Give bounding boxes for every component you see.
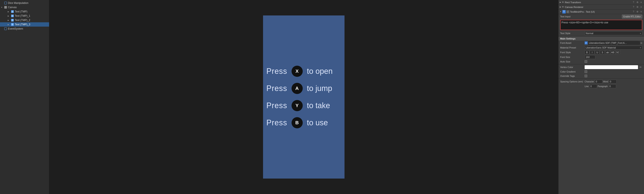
word-value[interactable]: 0 [609, 80, 616, 83]
comp-rect-transform-label: Rect Transform [565, 1, 581, 4]
tree-item-text0[interactable]: ▶TText (TMP) [0, 10, 49, 14]
tree-item-label: Text (TMP)_1 [15, 14, 30, 17]
override-tags-toggle[interactable] [584, 75, 587, 77]
press-label: Press [266, 67, 287, 76]
button-row-b: Press B to use [266, 117, 341, 128]
text-icon: T [11, 23, 14, 26]
text-style-label: Text Style [560, 32, 584, 35]
expand-arrow-icon[interactable]: ▶ [560, 6, 561, 8]
vertex-color-swatch[interactable] [584, 65, 638, 69]
tree-item-text3[interactable]: ▶TText (TMP)_3 [0, 22, 49, 27]
font-size-value[interactable]: 160 [584, 55, 595, 59]
font-asset-row: Font Asset F LiberationSans SDF (TMP_Fon… [558, 41, 644, 45]
settings-icon[interactable]: ⚙ [636, 10, 639, 13]
separator2 [558, 64, 644, 64]
tree-item-label: EventSystem [8, 27, 23, 30]
word-label: Word [603, 80, 608, 83]
game-viewport: Press X to open Press A to jump Press Y … [263, 16, 344, 178]
font-style-btn-u[interactable]: U [595, 50, 600, 54]
separator3 [558, 79, 644, 79]
action-label: to jump [307, 84, 341, 93]
comp-enabled-checkbox[interactable] [566, 11, 569, 13]
cube-icon [4, 27, 7, 31]
color-gradient-row: Color Gradient [558, 70, 644, 74]
text-style-dropdown[interactable]: Normal [584, 31, 642, 35]
auto-size-toggle[interactable] [584, 60, 587, 63]
button-row-a: Press A to jump [266, 83, 341, 94]
help-icon[interactable]: ? [632, 10, 635, 13]
tree-item-eventsys[interactable]: EventSystem [0, 27, 49, 31]
canvas-renderer-header: ▶ 👁 Canvas Renderer ? ⚙ ≡ [558, 5, 644, 10]
color-gradient-toggle[interactable] [584, 70, 587, 73]
tree-arrow: ▶ [8, 19, 11, 21]
font-asset-pick-icon[interactable]: ⊙ [640, 42, 642, 44]
button-circle-x: X [292, 66, 303, 77]
font-asset-label: Font Asset [560, 42, 584, 44]
spacing-options-row: Spacing Options (em) Character 0 Word 0 [558, 79, 644, 84]
font-asset-icon: F [584, 41, 588, 44]
canvas-icon [4, 6, 7, 9]
tmp-component-header: ▼ T TextMeshPro - Text (UI) ? ⚙ ≡ [558, 10, 644, 14]
color-gradient-label: Color Gradient [560, 70, 584, 73]
tree-item-text1[interactable]: ▶TText (TMP)_1 [0, 14, 49, 18]
visibility-icon[interactable]: 👁 [562, 1, 564, 4]
visibility-icon[interactable]: 👁 [562, 6, 564, 8]
line-label: Line [584, 85, 589, 88]
vertex-color-label: Vertex Color [560, 66, 584, 68]
font-style-btn-ab[interactable]: ab [605, 50, 610, 54]
font-style-btn-ab[interactable]: AB [610, 50, 615, 54]
tmp-icon: T [562, 10, 566, 14]
tree-item-label: Text (TMP)_3 [15, 23, 30, 26]
main-settings-header: Main Settings [558, 37, 644, 41]
button-circle-y: Y [292, 100, 303, 111]
settings-icon[interactable]: ⚙ [636, 1, 639, 4]
press-label: Press [266, 84, 287, 93]
character-value[interactable]: 0 [595, 80, 602, 83]
font-size-label: Font Size [560, 56, 584, 58]
override-tags-label: Override Tags [560, 75, 584, 77]
press-label: Press [266, 101, 287, 110]
tree-item-dice[interactable]: Dice Manipulation [0, 1, 49, 5]
tree-item-text2[interactable]: ▶TText (TMP)_2 [0, 18, 49, 22]
action-label: to use [307, 118, 341, 127]
override-tags-row: Override Tags [558, 74, 644, 78]
font-style-btn-s[interactable]: S [600, 50, 605, 54]
tree-arrow: ▶ [8, 24, 11, 26]
eyedropper-icon[interactable]: ✏ [639, 65, 642, 69]
hierarchy-panel: Dice Manipulation▼Canvas▶TText (TMP)▶TTe… [0, 0, 49, 194]
tree-item-label: Text (TMP)_2 [15, 19, 30, 22]
line-value[interactable]: 0 [589, 84, 597, 88]
font-style-btn-sc[interactable]: SC [616, 50, 620, 54]
text-input-row: Text Input Enable RTL Editor [558, 14, 644, 19]
font-style-row: Font Style BIUSabABSC [558, 50, 644, 55]
tree-item-label: Canvas [8, 6, 17, 9]
tree-item-label: Text (TMP) [15, 10, 28, 13]
action-label: to open [307, 67, 341, 76]
font-asset-value[interactable]: LiberationSans SDF (TMP_Font A… [588, 41, 640, 45]
expand-arrow-icon[interactable]: ▼ [560, 11, 562, 13]
font-style-btn-i[interactable]: I [590, 50, 594, 54]
tree-arrow: ▶ [8, 11, 11, 13]
tree-arrow: ▶ [8, 15, 11, 17]
settings-icon[interactable]: ⚙ [636, 6, 639, 9]
expand-arrow-icon[interactable]: ▶ [560, 1, 561, 3]
press-label: Press [266, 118, 287, 127]
tree-item-canvas[interactable]: ▼Canvas [0, 5, 49, 10]
material-preset-dropdown[interactable]: LiberationSans SDF Material [584, 46, 642, 50]
material-preset-label: Material Preset [560, 46, 584, 49]
help-icon[interactable]: ? [632, 1, 635, 4]
tree-item-label: Dice Manipulation [8, 2, 28, 5]
font-style-btn-b[interactable]: B [584, 50, 589, 54]
rtl-editor-button[interactable]: Enable RTL Editor [622, 15, 642, 19]
button-row-y: Press Y to take [266, 100, 341, 111]
paragraph-value[interactable]: 0 [608, 84, 616, 88]
menu-icon[interactable]: ≡ [640, 10, 643, 13]
menu-icon[interactable]: ≡ [640, 6, 643, 9]
menu-icon[interactable]: ≡ [640, 1, 643, 4]
spacing-line-row: Line 0 Paragraph 0 [558, 84, 644, 89]
material-preset-row: Material Preset LiberationSans SDF Mater… [558, 45, 644, 50]
action-label: to take [307, 101, 341, 110]
text-input-area[interactable]: Press <size=60><sprite=3></size>to use [560, 20, 642, 30]
text-style-row: Text Style Normal [558, 31, 644, 36]
help-icon[interactable]: ? [632, 6, 635, 9]
